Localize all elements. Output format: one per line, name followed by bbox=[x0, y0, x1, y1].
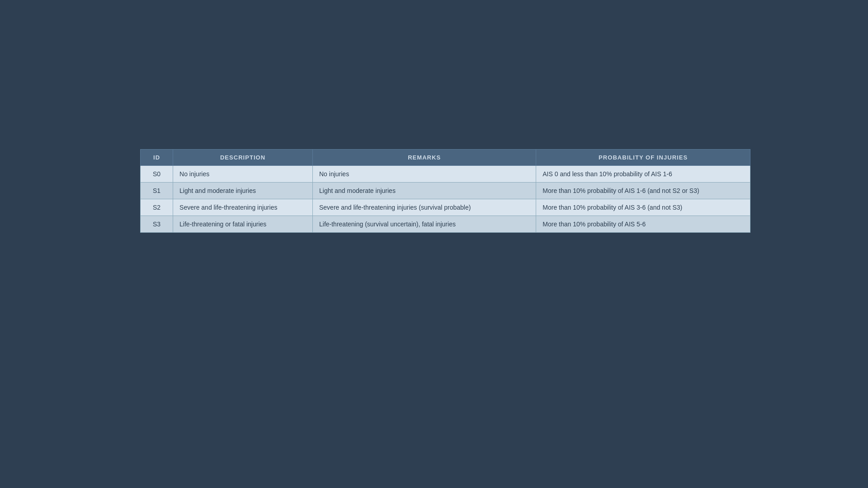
cell-description: No injuries bbox=[173, 166, 313, 183]
table-header-row: ID DESCRIPTION REMARKS PROBABILITY OF IN… bbox=[141, 150, 750, 166]
cell-remarks: Light and moderate injuries bbox=[313, 183, 536, 199]
table-row: S0No injuriesNo injuriesAIS 0 and less t… bbox=[141, 166, 750, 183]
cell-id: S2 bbox=[141, 199, 173, 216]
col-header-id: ID bbox=[141, 150, 173, 166]
cell-description: Light and moderate injuries bbox=[173, 183, 313, 199]
cell-remarks: No injuries bbox=[313, 166, 536, 183]
cell-id: S0 bbox=[141, 166, 173, 183]
table-container: ID DESCRIPTION REMARKS PROBABILITY OF IN… bbox=[140, 149, 750, 233]
col-header-probability: PROBABILITY OF INJURIES bbox=[536, 150, 750, 166]
col-header-description: DESCRIPTION bbox=[173, 150, 313, 166]
table-row: S2Severe and life-threatening injuriesSe… bbox=[141, 199, 750, 216]
table-row: S1Light and moderate injuriesLight and m… bbox=[141, 183, 750, 199]
cell-probability: More than 10% probability of AIS 5-6 bbox=[536, 216, 750, 233]
cell-description: Severe and life-threatening injuries bbox=[173, 199, 313, 216]
table-row: S3Life-threatening or fatal injuriesLife… bbox=[141, 216, 750, 233]
cell-id: S1 bbox=[141, 183, 173, 199]
cell-probability: More than 10% probability of AIS 1-6 (an… bbox=[536, 183, 750, 199]
cell-id: S3 bbox=[141, 216, 173, 233]
cell-probability: AIS 0 and less than 10% probability of A… bbox=[536, 166, 750, 183]
cell-description: Life-threatening or fatal injuries bbox=[173, 216, 313, 233]
injury-table: ID DESCRIPTION REMARKS PROBABILITY OF IN… bbox=[140, 149, 750, 233]
cell-remarks: Severe and life-threatening injuries (su… bbox=[313, 199, 536, 216]
col-header-remarks: REMARKS bbox=[313, 150, 536, 166]
cell-remarks: Life-threatening (survival uncertain), f… bbox=[313, 216, 536, 233]
cell-probability: More than 10% probability of AIS 3-6 (an… bbox=[536, 199, 750, 216]
